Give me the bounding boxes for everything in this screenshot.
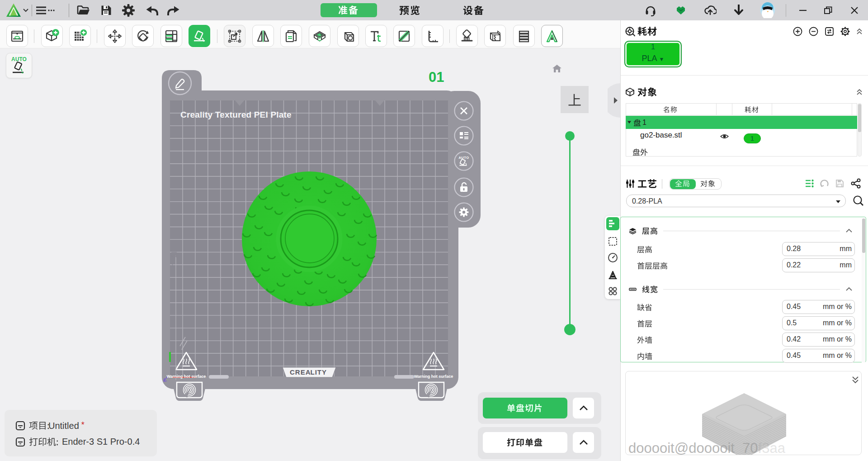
svg-text:AUTO: AUTO: [458, 156, 469, 160]
